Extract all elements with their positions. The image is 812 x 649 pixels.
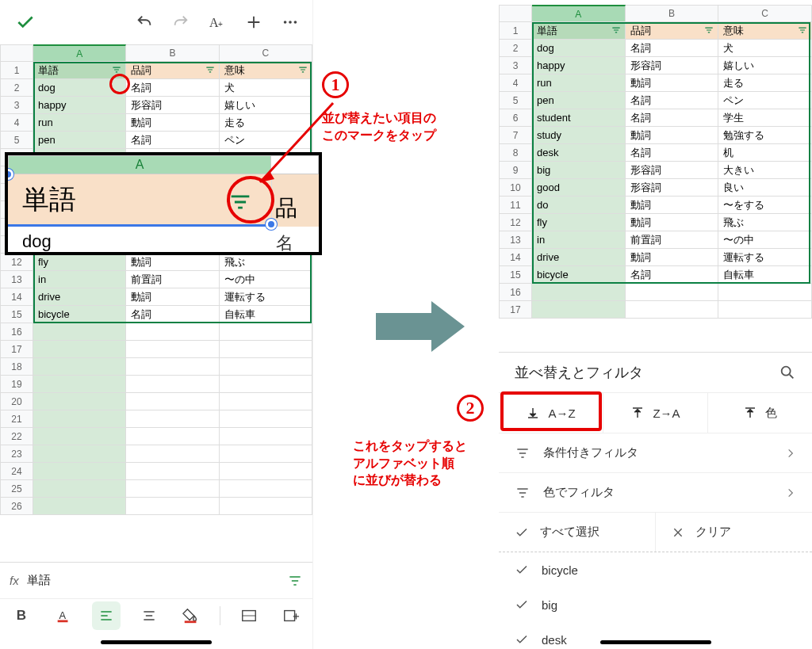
cell[interactable]: 名詞 bbox=[626, 92, 719, 109]
cell[interactable] bbox=[126, 393, 219, 410]
col-header-b[interactable]: B bbox=[626, 5, 719, 22]
row-header[interactable]: 4 bbox=[499, 74, 532, 92]
sort-color-button[interactable]: 色 bbox=[708, 393, 812, 433]
cell[interactable]: 自転車 bbox=[718, 266, 812, 284]
header-cell[interactable]: 品詞 bbox=[126, 62, 219, 79]
row-header[interactable]: 12 bbox=[499, 214, 532, 231]
row-header[interactable]: 18 bbox=[0, 358, 33, 376]
undo-button[interactable] bbox=[128, 6, 160, 38]
cell[interactable]: 犬 bbox=[718, 40, 812, 57]
cell[interactable]: do bbox=[532, 197, 626, 214]
select-all-button[interactable]: すべて選択 bbox=[499, 513, 655, 552]
cell[interactable] bbox=[220, 410, 312, 428]
cell[interactable]: 動詞 bbox=[626, 197, 719, 214]
cell[interactable]: ペン bbox=[718, 92, 812, 109]
filter-icon[interactable] bbox=[205, 64, 216, 75]
cell[interactable] bbox=[33, 410, 126, 428]
cell[interactable] bbox=[33, 358, 126, 376]
cell[interactable] bbox=[532, 301, 626, 319]
row-header[interactable]: 23 bbox=[0, 445, 33, 463]
cell[interactable] bbox=[126, 463, 219, 480]
filter-icon[interactable] bbox=[611, 25, 622, 36]
insert-button[interactable] bbox=[277, 601, 305, 630]
row-header[interactable]: 7 bbox=[499, 127, 532, 144]
cell[interactable] bbox=[33, 480, 126, 498]
row-header[interactable]: 8 bbox=[499, 144, 532, 162]
cell[interactable] bbox=[718, 301, 812, 319]
cell[interactable]: 形容詞 bbox=[626, 162, 719, 179]
row-header[interactable]: 22 bbox=[0, 428, 33, 445]
cell[interactable] bbox=[626, 284, 719, 301]
cell[interactable]: 前置詞 bbox=[626, 231, 719, 249]
row-header[interactable]: 2 bbox=[0, 79, 33, 97]
cell[interactable]: 名詞 bbox=[126, 79, 219, 97]
cell[interactable]: dog bbox=[532, 40, 626, 57]
filter-item[interactable]: big bbox=[499, 587, 812, 622]
cell[interactable] bbox=[718, 284, 812, 301]
row-header[interactable]: 12 bbox=[0, 254, 33, 271]
cell[interactable] bbox=[33, 428, 126, 445]
cell[interactable] bbox=[126, 323, 219, 341]
cell[interactable]: 動詞 bbox=[126, 254, 219, 271]
filter-icon[interactable] bbox=[703, 25, 714, 36]
cell[interactable] bbox=[532, 284, 626, 301]
col-header-b[interactable]: B bbox=[126, 44, 219, 62]
cell[interactable]: big bbox=[532, 162, 626, 179]
cell[interactable] bbox=[33, 445, 126, 463]
cell[interactable] bbox=[220, 428, 312, 445]
row-header[interactable]: 16 bbox=[499, 284, 532, 301]
row-header[interactable]: 3 bbox=[499, 57, 532, 74]
cell[interactable] bbox=[126, 341, 219, 358]
cell[interactable]: 飛ぶ bbox=[718, 214, 812, 231]
cell[interactable]: 飛ぶ bbox=[220, 254, 312, 271]
font-button[interactable]: A+ bbox=[201, 6, 233, 38]
row-header[interactable]: 6 bbox=[499, 109, 532, 127]
cell[interactable]: 良い bbox=[718, 179, 812, 197]
row-header[interactable]: 19 bbox=[0, 376, 33, 393]
sheet-right[interactable]: A B C 1単語品詞意味2dog名詞犬3happy形容詞嬉しい4run動詞走る… bbox=[499, 5, 812, 319]
cell[interactable] bbox=[33, 341, 126, 358]
cell[interactable]: 動詞 bbox=[126, 288, 219, 306]
cell[interactable] bbox=[126, 445, 219, 463]
align-left-button[interactable] bbox=[92, 601, 121, 630]
cell[interactable] bbox=[33, 376, 126, 393]
cell[interactable]: bicycle bbox=[33, 306, 126, 323]
col-header-a[interactable]: A bbox=[33, 44, 126, 62]
cell[interactable]: pen bbox=[33, 132, 126, 149]
cell[interactable]: 運転する bbox=[220, 288, 312, 306]
row-header[interactable]: 1 bbox=[0, 62, 33, 79]
more-button[interactable] bbox=[274, 6, 306, 38]
cell[interactable] bbox=[33, 463, 126, 480]
header-cell[interactable]: 品詞 bbox=[626, 22, 719, 40]
cell[interactable]: 前置詞 bbox=[126, 271, 219, 288]
cell[interactable]: 運転する bbox=[718, 249, 812, 266]
redo-button[interactable] bbox=[165, 6, 197, 38]
cell[interactable] bbox=[126, 498, 219, 515]
row-header[interactable]: 10 bbox=[499, 179, 532, 197]
cell[interactable] bbox=[626, 301, 719, 319]
cell[interactable]: 走る bbox=[718, 74, 812, 92]
cell[interactable] bbox=[126, 410, 219, 428]
bold-button[interactable]: B bbox=[7, 601, 36, 630]
cell[interactable]: 動詞 bbox=[126, 114, 219, 132]
row-header[interactable]: 11 bbox=[499, 197, 532, 214]
cell[interactable]: in bbox=[33, 271, 126, 288]
row-header[interactable]: 21 bbox=[0, 410, 33, 428]
row-header[interactable]: 1 bbox=[499, 22, 532, 40]
align-center-button[interactable] bbox=[135, 601, 163, 630]
cell[interactable]: study bbox=[532, 127, 626, 144]
row-header[interactable]: 3 bbox=[0, 97, 33, 114]
row-header[interactable]: 14 bbox=[0, 288, 33, 306]
cell[interactable]: 名詞 bbox=[626, 109, 719, 127]
cell[interactable]: 形容詞 bbox=[626, 179, 719, 197]
row-header[interactable]: 25 bbox=[0, 480, 33, 498]
formula-bar[interactable]: fx 単語 bbox=[0, 562, 312, 598]
filter-icon[interactable] bbox=[287, 573, 303, 589]
filter-item[interactable]: desk bbox=[499, 622, 812, 649]
conditional-filter-row[interactable]: 条件付きフィルタ bbox=[499, 433, 812, 473]
header-cell[interactable]: 単語 bbox=[532, 22, 626, 40]
cell[interactable]: 名詞 bbox=[626, 266, 719, 284]
cell[interactable]: 〜の中 bbox=[220, 271, 312, 288]
filter-icon[interactable] bbox=[297, 64, 308, 75]
cell[interactable]: 学生 bbox=[718, 109, 812, 127]
